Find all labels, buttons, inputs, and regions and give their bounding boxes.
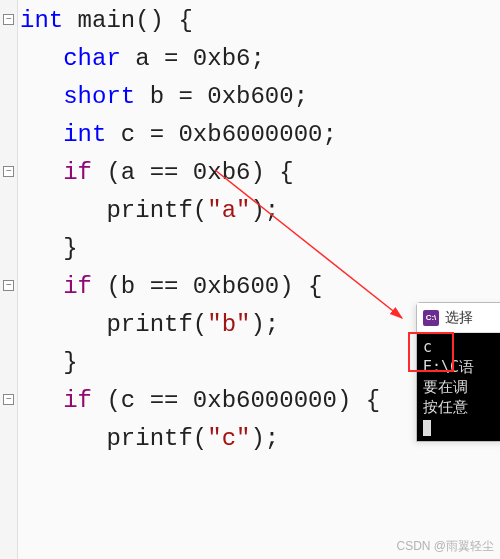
console-line: c — [423, 337, 499, 357]
fold-toggle-icon[interactable]: − — [3, 394, 14, 405]
code-line[interactable]: printf("b"); — [20, 306, 380, 344]
token-kw-type: short — [63, 83, 149, 110]
fold-toggle-icon[interactable]: − — [3, 14, 14, 25]
token-punct: } — [63, 235, 77, 262]
token-str: "c" — [207, 425, 250, 452]
token-str: "a" — [207, 197, 250, 224]
fold-gutter: −−−− — [0, 0, 18, 559]
code-line[interactable]: printf("a"); — [20, 192, 380, 230]
token-num: 0xb6000000 — [178, 121, 322, 148]
token-func: printf — [106, 197, 192, 224]
code-area[interactable]: int main() { char a = 0xb6; short b = 0x… — [20, 2, 380, 458]
token-punct: ) { — [250, 159, 293, 186]
token-punct: ( — [193, 311, 207, 338]
token-punct: () { — [135, 7, 193, 34]
code-line[interactable]: char a = 0xb6; — [20, 40, 380, 78]
token-num: 0xb6 — [193, 159, 251, 186]
token-kw-type: int — [63, 121, 121, 148]
token-func: printf — [106, 425, 192, 452]
token-ident: c = — [121, 121, 179, 148]
code-editor[interactable]: −−−− int main() { char a = 0xb6; short b… — [0, 0, 500, 559]
token-ident: main — [78, 7, 136, 34]
token-punct: ; — [322, 121, 336, 148]
console-output[interactable]: cE:\C语要在调按任意 — [417, 333, 500, 441]
token-ident: (c == — [106, 387, 192, 414]
token-kw-flow: if — [63, 387, 106, 414]
token-punct: ); — [250, 425, 279, 452]
code-line[interactable]: int c = 0xb6000000; — [20, 116, 380, 154]
token-num: 0xb600 — [193, 273, 279, 300]
token-num: 0xb6 — [193, 45, 251, 72]
token-ident: (b == — [106, 273, 192, 300]
console-line: 按任意 — [423, 397, 499, 417]
token-kw-flow: if — [63, 273, 106, 300]
code-line[interactable]: } — [20, 230, 380, 268]
watermark: CSDN @雨翼轻尘 — [396, 538, 494, 555]
token-ident: b = — [150, 83, 208, 110]
console-title: 选择 — [445, 309, 473, 327]
console-window[interactable]: C:\ 选择 cE:\C语要在调按任意 — [416, 302, 500, 442]
token-func: printf — [106, 311, 192, 338]
token-punct: ); — [250, 311, 279, 338]
token-punct: ) { — [337, 387, 380, 414]
console-line: E:\C语 — [423, 357, 499, 377]
token-num: 0xb600 — [207, 83, 293, 110]
fold-toggle-icon[interactable]: − — [3, 280, 14, 291]
code-line[interactable]: } — [20, 344, 380, 382]
token-kw-type: int — [20, 7, 78, 34]
code-line[interactable]: int main() { — [20, 2, 380, 40]
token-str: "b" — [207, 311, 250, 338]
console-titlebar[interactable]: C:\ 选择 — [417, 303, 500, 333]
code-line[interactable]: if (a == 0xb6) { — [20, 154, 380, 192]
token-ident: (a == — [106, 159, 192, 186]
code-line[interactable]: if (b == 0xb600) { — [20, 268, 380, 306]
token-punct: ); — [250, 197, 279, 224]
console-cursor — [423, 420, 431, 436]
code-line[interactable]: printf("c"); — [20, 420, 380, 458]
token-kw-flow: if — [63, 159, 106, 186]
token-punct: ( — [193, 425, 207, 452]
token-punct: ; — [250, 45, 264, 72]
token-punct: ) { — [279, 273, 322, 300]
code-line[interactable]: short b = 0xb600; — [20, 78, 380, 116]
fold-toggle-icon[interactable]: − — [3, 166, 14, 177]
token-punct: ( — [193, 197, 207, 224]
code-line[interactable]: if (c == 0xb6000000) { — [20, 382, 380, 420]
console-app-icon: C:\ — [423, 310, 439, 326]
token-punct: } — [63, 349, 77, 376]
token-punct: ; — [294, 83, 308, 110]
token-num: 0xb6000000 — [193, 387, 337, 414]
token-kw-type: char — [63, 45, 135, 72]
token-ident: a = — [135, 45, 193, 72]
console-line: 要在调 — [423, 377, 499, 397]
